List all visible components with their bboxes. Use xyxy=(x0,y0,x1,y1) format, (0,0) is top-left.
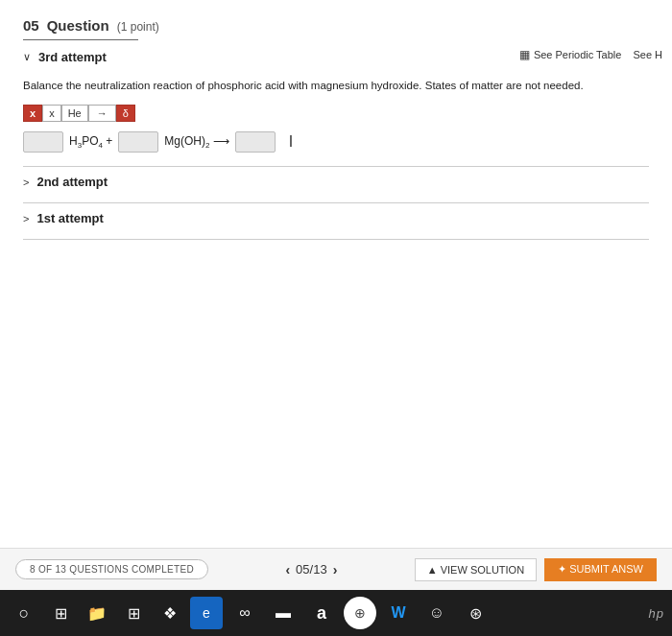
attempt-2-row[interactable]: > 2nd attempt xyxy=(23,175,649,189)
taskbar-text-a-icon[interactable]: a xyxy=(305,597,338,629)
cursor: I xyxy=(289,133,293,151)
taskbar: ○ ⊞ 📁 ⊞ ❖ e ∞ ▬ a ⊕ W ☺ ⊛ hp xyxy=(0,590,672,636)
progress-indicator: 8 OF 13 QUESTIONS COMPLETED xyxy=(15,559,208,579)
taskbar-center: e ∞ ▬ a ⊕ W ☺ ⊛ xyxy=(190,597,492,629)
taskbar-infinity-icon[interactable]: ∞ xyxy=(228,597,261,629)
attempt-3-label: 3rd attempt xyxy=(38,50,107,64)
coeff-input-3[interactable] xyxy=(235,131,276,153)
periodic-table-link[interactable]: ▦ See Periodic Table xyxy=(519,48,622,61)
divider-3 xyxy=(23,239,649,240)
see-h-link[interactable]: See H xyxy=(633,49,662,60)
question-label: Question xyxy=(47,17,109,34)
chevron-right-icon-1: > xyxy=(23,213,29,224)
taskbar-monitor-icon[interactable]: ▬ xyxy=(267,597,300,629)
taskbar-diamond-icon[interactable]: ❖ xyxy=(154,597,186,629)
arrow-button[interactable]: → xyxy=(88,105,116,122)
formula-mgoh2: Mg(OH)2 ⟶ xyxy=(164,134,228,150)
chevron-right-icon-2: > xyxy=(23,177,29,188)
next-question-button[interactable]: › xyxy=(333,562,338,577)
attempt-2-label: 2nd attempt xyxy=(36,175,108,189)
view-solution-button[interactable]: ▲ VIEW SOLUTION xyxy=(415,558,537,581)
question-body: Balance the neutralization reaction of p… xyxy=(23,78,649,153)
equation-row: H3PO4 + Mg(OH)2 ⟶ I xyxy=(23,131,649,153)
question-text: Balance the neutralization reaction of p… xyxy=(23,78,649,93)
he-button[interactable]: He xyxy=(61,105,88,122)
taskbar-word-icon[interactable]: W xyxy=(382,597,415,629)
prev-question-button[interactable]: ‹ xyxy=(285,562,290,577)
attempt-1-label: 1st attempt xyxy=(36,211,103,225)
divider-2 xyxy=(23,202,649,203)
page-indicator: 05/13 xyxy=(296,562,327,577)
taskbar-folder-icon[interactable]: 📁 xyxy=(81,597,113,629)
taskbar-settings-icon[interactable]: ⊛ xyxy=(459,597,492,629)
submit-answer-button[interactable]: ✦ SUBMIT ANSW xyxy=(544,558,657,581)
question-header: 05 Question (1 point) xyxy=(23,17,649,34)
chevron-down-icon: ∨ xyxy=(23,51,31,63)
coeff-input-1[interactable] xyxy=(23,131,63,153)
question-points: (1 point) xyxy=(117,20,159,34)
delta-button[interactable]: δ xyxy=(116,105,135,122)
header-divider xyxy=(23,39,138,40)
formula-h3po4: H3PO4 + xyxy=(69,134,112,150)
formula-toolbar: x x He → δ xyxy=(23,105,135,122)
subscript-button[interactable]: x xyxy=(42,105,61,122)
total-pages: 13 xyxy=(313,562,326,577)
hp-logo: hp xyxy=(649,606,664,621)
tools-area: ▦ See Periodic Table See H xyxy=(519,48,662,61)
taskbar-task-view-icon[interactable]: ⊞ xyxy=(44,597,77,629)
taskbar-chrome-icon[interactable]: ⊕ xyxy=(344,597,376,629)
taskbar-edge-icon[interactable]: e xyxy=(190,597,223,629)
periodic-table-label: See Periodic Table xyxy=(534,49,622,60)
footer-bar: 8 OF 13 QUESTIONS COMPLETED ‹ 05/13 › ▲ … xyxy=(0,548,672,590)
periodic-table-icon: ▦ xyxy=(519,48,530,61)
taskbar-apps-icon[interactable]: ⊞ xyxy=(117,597,150,629)
navigation-controls: ‹ 05/13 › xyxy=(285,562,337,577)
attempt-1-row[interactable]: > 1st attempt xyxy=(23,211,649,225)
taskbar-start-icon[interactable]: ○ xyxy=(8,597,40,629)
taskbar-face-icon[interactable]: ☺ xyxy=(420,597,453,629)
question-number: 05 xyxy=(23,17,39,34)
divider-1 xyxy=(23,166,649,167)
superscript-button[interactable]: x xyxy=(23,105,42,122)
footer-actions: ▲ VIEW SOLUTION ✦ SUBMIT ANSW xyxy=(415,558,657,581)
current-page: 05 xyxy=(296,562,309,577)
coeff-input-2[interactable] xyxy=(118,131,158,153)
